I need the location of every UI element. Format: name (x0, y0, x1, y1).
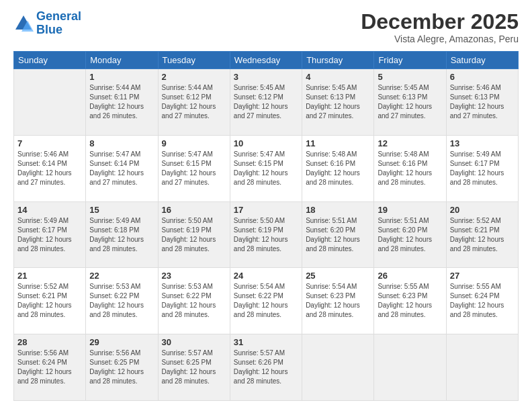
day-info: Sunrise: 5:44 AM Sunset: 6:11 PM Dayligh… (89, 83, 154, 121)
calendar-week-row: 7Sunrise: 5:46 AM Sunset: 6:14 PM Daylig… (14, 135, 519, 201)
day-info: Sunrise: 5:55 AM Sunset: 6:23 PM Dayligh… (378, 282, 442, 320)
day-info: Sunrise: 5:47 AM Sunset: 6:15 PM Dayligh… (162, 150, 226, 187)
day-number: 3 (234, 72, 298, 82)
day-info: Sunrise: 5:57 AM Sunset: 6:26 PM Dayligh… (234, 349, 298, 386)
location-subtitle: Vista Alegre, Amazonas, Peru (361, 34, 519, 44)
table-row (446, 334, 518, 401)
day-number: 18 (306, 205, 370, 215)
day-info: Sunrise: 5:56 AM Sunset: 6:25 PM Dayligh… (89, 349, 154, 386)
header-friday: Friday (374, 52, 446, 69)
calendar-week-row: 21Sunrise: 5:52 AM Sunset: 6:21 PM Dayli… (14, 268, 519, 334)
header-monday: Monday (86, 52, 158, 69)
day-number: 29 (89, 337, 154, 347)
header-thursday: Thursday (302, 52, 374, 69)
day-number: 23 (162, 271, 226, 281)
table-row (374, 334, 446, 401)
table-row: 18Sunrise: 5:51 AM Sunset: 6:20 PM Dayli… (302, 201, 374, 268)
table-row: 5Sunrise: 5:45 AM Sunset: 6:13 PM Daylig… (374, 69, 446, 136)
day-info: Sunrise: 5:51 AM Sunset: 6:20 PM Dayligh… (306, 216, 370, 254)
table-row: 24Sunrise: 5:54 AM Sunset: 6:22 PM Dayli… (230, 268, 302, 334)
calendar-week-row: 28Sunrise: 5:56 AM Sunset: 6:24 PM Dayli… (14, 334, 519, 401)
header: General Blue December 2025 Vista Alegre,… (13, 10, 519, 44)
header-sunday: Sunday (14, 52, 86, 69)
table-row: 29Sunrise: 5:56 AM Sunset: 6:25 PM Dayli… (86, 334, 158, 401)
table-row: 1Sunrise: 5:44 AM Sunset: 6:11 PM Daylig… (86, 69, 158, 136)
day-number: 22 (89, 271, 154, 281)
table-row (14, 69, 86, 136)
table-row: 16Sunrise: 5:50 AM Sunset: 6:19 PM Dayli… (158, 201, 230, 268)
day-info: Sunrise: 5:50 AM Sunset: 6:19 PM Dayligh… (162, 216, 226, 254)
table-row: 20Sunrise: 5:52 AM Sunset: 6:21 PM Dayli… (446, 201, 518, 268)
table-row: 14Sunrise: 5:49 AM Sunset: 6:17 PM Dayli… (14, 201, 86, 268)
day-number: 1 (89, 72, 154, 82)
day-number: 13 (450, 138, 515, 148)
day-info: Sunrise: 5:46 AM Sunset: 6:14 PM Dayligh… (17, 150, 82, 187)
day-number: 4 (306, 72, 370, 82)
table-row: 8Sunrise: 5:47 AM Sunset: 6:14 PM Daylig… (86, 135, 158, 201)
calendar-week-row: 14Sunrise: 5:49 AM Sunset: 6:17 PM Dayli… (14, 201, 519, 268)
day-info: Sunrise: 5:46 AM Sunset: 6:13 PM Dayligh… (450, 83, 515, 121)
day-info: Sunrise: 5:45 AM Sunset: 6:13 PM Dayligh… (306, 83, 370, 121)
day-info: Sunrise: 5:56 AM Sunset: 6:24 PM Dayligh… (17, 349, 82, 386)
day-info: Sunrise: 5:53 AM Sunset: 6:22 PM Dayligh… (89, 282, 154, 320)
table-row: 27Sunrise: 5:55 AM Sunset: 6:24 PM Dayli… (446, 268, 518, 334)
day-info: Sunrise: 5:52 AM Sunset: 6:21 PM Dayligh… (17, 282, 82, 320)
table-row: 3Sunrise: 5:45 AM Sunset: 6:12 PM Daylig… (230, 69, 302, 136)
day-number: 24 (234, 271, 298, 281)
day-number: 20 (450, 205, 515, 215)
calendar-header-row: Sunday Monday Tuesday Wednesday Thursday… (14, 52, 519, 69)
day-info: Sunrise: 5:45 AM Sunset: 6:12 PM Dayligh… (234, 83, 298, 121)
day-number: 16 (162, 205, 226, 215)
calendar-table: Sunday Monday Tuesday Wednesday Thursday… (13, 51, 519, 401)
table-row: 13Sunrise: 5:49 AM Sunset: 6:17 PM Dayli… (446, 135, 518, 201)
day-number: 12 (378, 138, 442, 148)
table-row: 11Sunrise: 5:48 AM Sunset: 6:16 PM Dayli… (302, 135, 374, 201)
logo-icon (13, 13, 34, 34)
day-info: Sunrise: 5:47 AM Sunset: 6:15 PM Dayligh… (234, 150, 298, 187)
table-row: 23Sunrise: 5:53 AM Sunset: 6:22 PM Dayli… (158, 268, 230, 334)
table-row: 22Sunrise: 5:53 AM Sunset: 6:22 PM Dayli… (86, 268, 158, 334)
day-info: Sunrise: 5:45 AM Sunset: 6:13 PM Dayligh… (378, 83, 442, 121)
logo-line2: Blue (36, 23, 62, 36)
calendar-body: 1Sunrise: 5:44 AM Sunset: 6:11 PM Daylig… (14, 69, 519, 401)
title-area: December 2025 Vista Alegre, Amazonas, Pe… (361, 10, 519, 44)
table-row: 2Sunrise: 5:44 AM Sunset: 6:12 PM Daylig… (158, 69, 230, 136)
logo-line1: General (36, 9, 81, 23)
table-row: 19Sunrise: 5:51 AM Sunset: 6:20 PM Dayli… (374, 201, 446, 268)
day-info: Sunrise: 5:54 AM Sunset: 6:22 PM Dayligh… (234, 282, 298, 320)
day-info: Sunrise: 5:50 AM Sunset: 6:19 PM Dayligh… (234, 216, 298, 254)
day-info: Sunrise: 5:52 AM Sunset: 6:21 PM Dayligh… (450, 216, 515, 254)
table-row: 6Sunrise: 5:46 AM Sunset: 6:13 PM Daylig… (446, 69, 518, 136)
day-number: 19 (378, 205, 442, 215)
day-number: 21 (17, 271, 82, 281)
header-tuesday: Tuesday (158, 52, 230, 69)
day-info: Sunrise: 5:55 AM Sunset: 6:24 PM Dayligh… (450, 282, 515, 320)
calendar-week-row: 1Sunrise: 5:44 AM Sunset: 6:11 PM Daylig… (14, 69, 519, 136)
table-row: 4Sunrise: 5:45 AM Sunset: 6:13 PM Daylig… (302, 69, 374, 136)
day-info: Sunrise: 5:53 AM Sunset: 6:22 PM Dayligh… (162, 282, 226, 320)
day-info: Sunrise: 5:48 AM Sunset: 6:16 PM Dayligh… (378, 150, 442, 187)
logo-text: General Blue (36, 10, 81, 37)
day-number: 30 (162, 337, 226, 347)
month-title: December 2025 (361, 10, 519, 34)
table-row: 15Sunrise: 5:49 AM Sunset: 6:18 PM Dayli… (86, 201, 158, 268)
day-info: Sunrise: 5:57 AM Sunset: 6:25 PM Dayligh… (162, 349, 226, 386)
day-number: 15 (89, 205, 154, 215)
table-row: 10Sunrise: 5:47 AM Sunset: 6:15 PM Dayli… (230, 135, 302, 201)
header-wednesday: Wednesday (230, 52, 302, 69)
table-row: 12Sunrise: 5:48 AM Sunset: 6:16 PM Dayli… (374, 135, 446, 201)
day-number: 27 (450, 271, 515, 281)
table-row: 30Sunrise: 5:57 AM Sunset: 6:25 PM Dayli… (158, 334, 230, 401)
day-number: 25 (306, 271, 370, 281)
logo: General Blue (13, 10, 81, 37)
table-row: 28Sunrise: 5:56 AM Sunset: 6:24 PM Dayli… (14, 334, 86, 401)
table-row: 26Sunrise: 5:55 AM Sunset: 6:23 PM Dayli… (374, 268, 446, 334)
day-info: Sunrise: 5:54 AM Sunset: 6:23 PM Dayligh… (306, 282, 370, 320)
header-saturday: Saturday (446, 52, 518, 69)
day-number: 8 (89, 138, 154, 148)
day-number: 14 (17, 205, 82, 215)
day-info: Sunrise: 5:49 AM Sunset: 6:18 PM Dayligh… (89, 216, 154, 254)
page: General Blue December 2025 Vista Alegre,… (0, 0, 532, 411)
day-number: 2 (162, 72, 226, 82)
day-info: Sunrise: 5:44 AM Sunset: 6:12 PM Dayligh… (162, 83, 226, 121)
